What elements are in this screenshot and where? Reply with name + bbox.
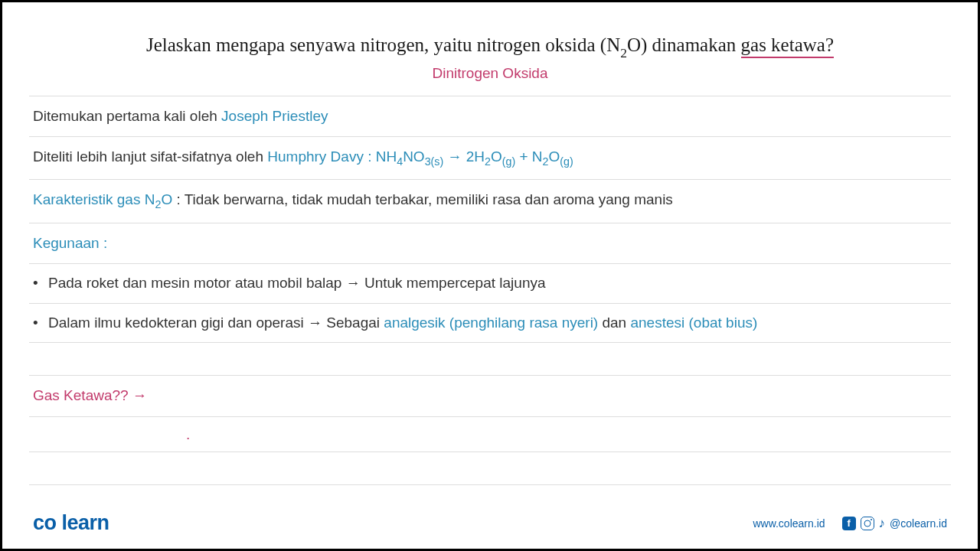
title-sub: 2 (620, 45, 627, 60)
dot-marker: . (2, 417, 978, 452)
empty-line (2, 343, 978, 375)
instagram-icon (861, 517, 874, 530)
line-question: Gas Ketawa?? → (2, 376, 978, 416)
question-text: Gas Ketawa?? → (33, 387, 147, 403)
social-handle: @colearn.id (890, 517, 947, 530)
bullet-medical: Dalam ilmu kedokteran gigi dan operasi →… (2, 304, 978, 343)
line-uses-header: Kegunaan : (2, 223, 978, 264)
empty-line (2, 452, 978, 484)
arrow-icon: → (346, 275, 361, 291)
line-characteristics: Karakteristik gas N2O : Tidak berwarna, … (2, 180, 978, 222)
person-priestley: Joseph Priestley (221, 108, 328, 124)
bullet-rocket: Pada roket dan mesin motor atau mobil ba… (2, 264, 978, 303)
social-links: f ♪ @colearn.id (842, 516, 947, 531)
line-discovery: Ditemukan pertama kali oleh Joseph Pries… (2, 96, 978, 137)
arrow-icon: → (132, 387, 147, 403)
line-research: Diteliti lebih lanjut sifat-sifatnya ole… (2, 137, 978, 179)
facebook-icon: f (842, 517, 856, 530)
arrow-icon: → (443, 148, 466, 165)
arrow-icon: → (308, 315, 322, 331)
website-url: www.colearn.id (753, 517, 825, 530)
divider (29, 484, 951, 485)
term-analgesic: analgesik (penghilang rasa nyeri) (384, 315, 598, 331)
page-title: Jelaskan mengapa senyawa nitrogen, yaitu… (48, 33, 932, 60)
characteristics-label: Karakteristik gas N2O (33, 191, 172, 207)
footer: co learn www.colearn.id f ♪ @colearn.id (2, 511, 978, 535)
title-underlined: gas ketawa? (741, 34, 834, 58)
title-text-pre: Jelaskan mengapa senyawa nitrogen, yaitu… (146, 34, 620, 55)
title-text-mid: O) dinamakan (627, 34, 741, 55)
uses-label: Kegunaan : (33, 235, 107, 251)
title-section: Jelaskan mengapa senyawa nitrogen, yaitu… (2, 33, 978, 96)
logo: co learn (33, 511, 109, 535)
subtitle: Dinitrogen Oksida (48, 65, 932, 82)
main-content: Jelaskan mengapa senyawa nitrogen, yaitu… (2, 2, 978, 485)
person-davy-formula: Humphry Davy : NH4NO3(s) → 2H2O(g) + N2O… (267, 148, 573, 165)
footer-right: www.colearn.id f ♪ @colearn.id (753, 516, 947, 531)
term-anesthesia: anestesi (obat bius) (630, 315, 757, 331)
tiktok-icon: ♪ (879, 516, 886, 531)
